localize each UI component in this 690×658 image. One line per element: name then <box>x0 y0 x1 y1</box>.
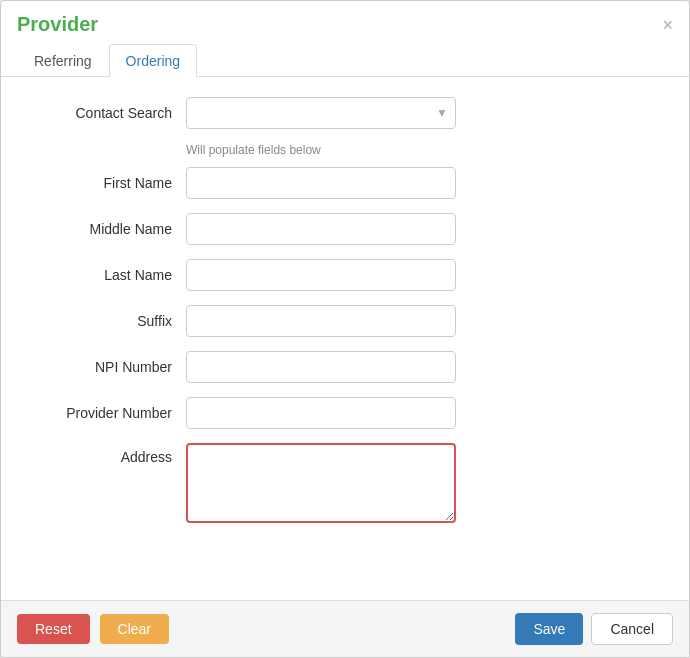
contact-search-row: Contact Search ▼ <box>31 97 659 129</box>
suffix-label: Suffix <box>31 313 186 329</box>
provider-number-label: Provider Number <box>31 405 186 421</box>
contact-search-label: Contact Search <box>31 105 186 121</box>
suffix-row: Suffix <box>31 305 659 337</box>
dialog-header: Provider × <box>1 1 689 44</box>
npi-number-label: NPI Number <box>31 359 186 375</box>
last-name-input[interactable] <box>186 259 456 291</box>
provider-number-row: Provider Number <box>31 397 659 429</box>
first-name-input[interactable] <box>186 167 456 199</box>
footer-right-actions: Save Cancel <box>515 613 673 645</box>
save-button[interactable]: Save <box>515 613 583 645</box>
last-name-row: Last Name <box>31 259 659 291</box>
address-input[interactable] <box>186 443 456 523</box>
cancel-button[interactable]: Cancel <box>591 613 673 645</box>
dialog-title: Provider <box>17 13 98 36</box>
dialog-footer: Reset Clear Save Cancel <box>1 600 689 657</box>
last-name-label: Last Name <box>31 267 186 283</box>
tab-referring[interactable]: Referring <box>17 44 109 77</box>
clear-button[interactable]: Clear <box>100 614 169 644</box>
footer-left-actions: Reset Clear <box>17 614 169 644</box>
contact-search-hint: Will populate fields below <box>186 143 659 157</box>
provider-number-input[interactable] <box>186 397 456 429</box>
npi-number-row: NPI Number <box>31 351 659 383</box>
npi-number-input[interactable] <box>186 351 456 383</box>
contact-search-wrapper: ▼ <box>186 97 456 129</box>
address-label: Address <box>31 443 186 465</box>
suffix-input[interactable] <box>186 305 456 337</box>
contact-search-input[interactable] <box>186 97 456 129</box>
dialog-body: Contact Search ▼ Will populate fields be… <box>1 77 689 600</box>
reset-button[interactable]: Reset <box>17 614 90 644</box>
middle-name-row: Middle Name <box>31 213 659 245</box>
tab-ordering[interactable]: Ordering <box>109 44 197 77</box>
middle-name-input[interactable] <box>186 213 456 245</box>
address-row: Address <box>31 443 659 523</box>
close-button[interactable]: × <box>662 16 673 34</box>
provider-dialog: Provider × Referring Ordering Contact Se… <box>0 0 690 658</box>
tab-bar: Referring Ordering <box>1 44 689 77</box>
first-name-label: First Name <box>31 175 186 191</box>
middle-name-label: Middle Name <box>31 221 186 237</box>
first-name-row: First Name <box>31 167 659 199</box>
